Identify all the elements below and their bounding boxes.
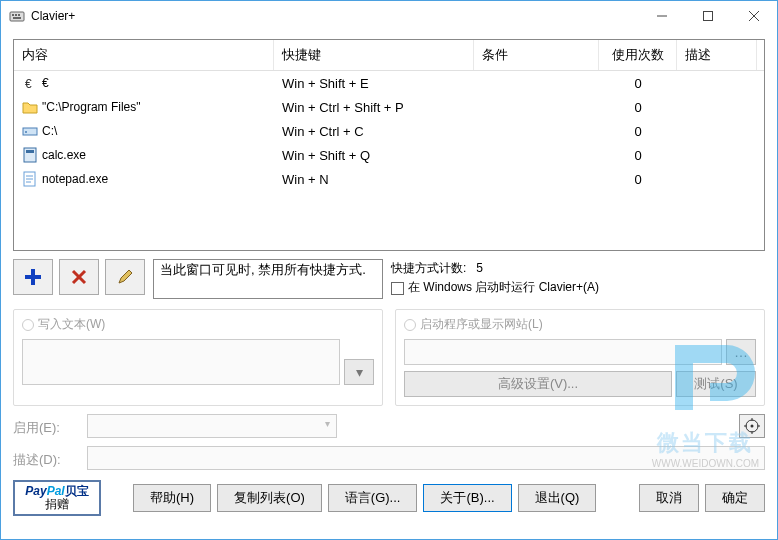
table-row[interactable]: calc.exeWin + Shift + Q0	[14, 143, 764, 167]
enable-combo[interactable]	[87, 414, 337, 438]
add-button[interactable]	[13, 259, 53, 295]
info-note: 当此窗口可见时, 禁用所有快捷方式.	[153, 259, 383, 299]
ok-button[interactable]: 确定	[705, 484, 765, 512]
svg-rect-19	[25, 275, 41, 279]
target-picker-button[interactable]	[739, 414, 765, 438]
col-usecount[interactable]: 使用次数	[599, 40, 677, 70]
svg-rect-13	[26, 150, 34, 153]
window-title: Clavier+	[31, 9, 639, 23]
svg-rect-1	[12, 14, 14, 16]
window-controls	[639, 1, 777, 31]
list-header: 内容 快捷键 条件 使用次数 描述	[14, 40, 764, 71]
autostart-label: 在 Windows 启动时运行 Clavier+(A)	[408, 280, 599, 294]
table-row[interactable]: C:\Win + Ctrl + C0	[14, 119, 764, 143]
write-text-group: 写入文本(W) ▾	[13, 309, 383, 406]
col-condition[interactable]: 条件	[474, 40, 599, 70]
shortcut-count-value: 5	[476, 259, 483, 278]
svg-rect-10	[23, 128, 37, 135]
table-row[interactable]: €€Win + Shift + E0	[14, 71, 764, 95]
titlebar: Clavier+	[1, 1, 777, 31]
quit-button[interactable]: 退出(Q)	[518, 484, 597, 512]
donate-label: 捐赠	[45, 498, 69, 511]
desc-field[interactable]	[87, 446, 765, 470]
shortcut-count-label: 快捷方式计数:	[391, 259, 466, 278]
notepad-icon	[22, 171, 38, 187]
write-text-menu-button[interactable]: ▾	[344, 359, 374, 385]
bottom-bar: PayPal贝宝 捐赠 帮助(H) 复制列表(O) 语言(G)... 关于(B)…	[1, 474, 777, 526]
donate-button[interactable]: PayPal贝宝 捐赠	[13, 480, 101, 516]
launch-group: 启动程序或显示网站(L) … 高级设置(V)... 测试(S)	[395, 309, 765, 406]
stats-panel: 快捷方式计数: 5 在 Windows 启动时运行 Clavier+(A)	[391, 259, 765, 297]
euro-icon: €	[22, 75, 38, 91]
hotkey-list[interactable]: 内容 快捷键 条件 使用次数 描述 €€Win + Shift + E0"C:\…	[13, 39, 765, 251]
col-hotkey[interactable]: 快捷键	[274, 40, 474, 70]
svg-point-11	[25, 131, 27, 133]
col-content[interactable]: 内容	[14, 40, 274, 70]
write-text-radio[interactable]	[22, 319, 34, 331]
folder-icon	[22, 99, 38, 115]
svg-text:€: €	[25, 77, 32, 91]
delete-button[interactable]	[59, 259, 99, 295]
svg-rect-2	[15, 14, 17, 16]
minimize-button[interactable]	[639, 1, 685, 31]
table-row[interactable]: notepad.exeWin + N0	[14, 167, 764, 191]
svg-rect-0	[10, 12, 24, 21]
svg-rect-3	[18, 14, 20, 16]
edit-button[interactable]	[105, 259, 145, 295]
launch-radio[interactable]	[404, 319, 416, 331]
maximize-button[interactable]	[685, 1, 731, 31]
svg-rect-6	[704, 12, 713, 21]
svg-rect-4	[13, 17, 21, 19]
app-icon	[9, 8, 25, 24]
svg-point-23	[751, 425, 754, 428]
language-button[interactable]: 语言(G)...	[328, 484, 418, 512]
copy-list-button[interactable]: 复制列表(O)	[217, 484, 322, 512]
enable-label: 启用(E):	[13, 415, 83, 437]
about-button[interactable]: 关于(B)...	[423, 484, 511, 512]
col-desc[interactable]: 描述	[677, 40, 757, 70]
close-button[interactable]	[731, 1, 777, 31]
cancel-button[interactable]: 取消	[639, 484, 699, 512]
write-text-label: 写入文本(W)	[38, 316, 105, 333]
launch-path-field[interactable]	[404, 339, 722, 365]
calc-icon	[22, 147, 38, 163]
drive-icon	[22, 123, 38, 139]
toolbar	[13, 259, 145, 295]
launch-label: 启动程序或显示网站(L)	[420, 316, 543, 333]
table-row[interactable]: "C:\Program Files"Win + Ctrl + Shift + P…	[14, 95, 764, 119]
help-button[interactable]: 帮助(H)	[133, 484, 211, 512]
test-button[interactable]: 测试(S)	[676, 371, 756, 397]
write-text-field[interactable]	[22, 339, 340, 385]
advanced-settings-button[interactable]: 高级设置(V)...	[404, 371, 672, 397]
desc-label: 描述(D):	[13, 447, 83, 469]
autostart-checkbox[interactable]	[391, 282, 404, 295]
browse-button[interactable]: …	[726, 339, 756, 365]
